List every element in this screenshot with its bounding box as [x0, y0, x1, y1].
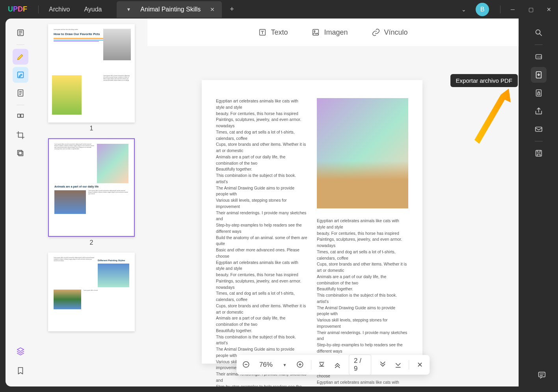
maximize-button[interactable]: ▢: [522, 0, 540, 19]
pages-button[interactable]: [13, 85, 28, 101]
image-tool-label: Imagen: [324, 28, 348, 37]
chevron-down-icon[interactable]: ⌄: [452, 6, 476, 13]
svg-rect-6: [18, 150, 22, 155]
minimize-button[interactable]: ─: [504, 0, 522, 19]
tab-dropdown-icon[interactable]: ▼: [122, 7, 135, 12]
thumbnail-2[interactable]: Lorem ipsum dolor sit amet consectetur a…: [48, 138, 135, 246]
zoom-dropdown-icon[interactable]: ▼: [278, 358, 292, 372]
crop-button[interactable]: [13, 127, 28, 143]
zoom-toolbar: 76% ▼ 2 / 9 ✕: [236, 355, 430, 375]
divider: [500, 6, 500, 13]
titlebar: UPDF Archivo Ayuda ▼ Animal Painting Ski…: [0, 0, 558, 19]
search-button[interactable]: [531, 25, 547, 41]
avatar[interactable]: B: [476, 3, 489, 16]
pdf-page: Egyptian art celebrates animals like cat…: [202, 80, 422, 364]
organize-button[interactable]: [13, 109, 28, 125]
zoom-out-button[interactable]: [240, 358, 253, 372]
next-page-button[interactable]: [376, 358, 389, 372]
svg-point-9: [314, 31, 315, 32]
text-tool-label: Texto: [271, 28, 288, 37]
zoom-in-button[interactable]: [294, 358, 307, 372]
thumbnail-1[interactable]: Lorem ipsum text lines here describing c…: [48, 24, 135, 132]
share-button[interactable]: [531, 103, 547, 119]
svg-rect-5: [19, 151, 23, 156]
add-tab-button[interactable]: +: [222, 5, 242, 13]
bookmark-button[interactable]: [13, 363, 28, 379]
thumbnail-3[interactable]: Lorem ipsum dolor sit amet consectetur a…: [48, 253, 135, 331]
close-window-button[interactable]: ✕: [540, 0, 558, 19]
ocr-button[interactable]: OCR: [531, 49, 547, 65]
text-tool[interactable]: Texto: [258, 28, 288, 37]
page-column-left: Egyptian art celebrates animals like cat…: [216, 98, 307, 386]
page-column-right: Egyptian art celebrates animals like cat…: [317, 98, 408, 386]
close-toolbar-button[interactable]: ✕: [413, 358, 426, 372]
stack-button[interactable]: [13, 145, 28, 161]
content-area: Lorem ipsum text lines here describing c…: [6, 19, 519, 386]
bottom-left-tools: [6, 343, 35, 379]
close-tab-icon[interactable]: ✕: [206, 6, 219, 13]
svg-rect-20: [539, 372, 545, 377]
svg-rect-3: [18, 114, 20, 117]
link-tool-label: Vínculo: [384, 28, 408, 37]
image-tool[interactable]: Imagen: [311, 28, 348, 37]
tab-title: Animal Painting Skills: [135, 6, 206, 13]
last-page-button[interactable]: [392, 358, 405, 372]
zoom-level: 76%: [255, 361, 276, 369]
page-indicator[interactable]: 2 / 9: [349, 355, 371, 375]
menu-help[interactable]: Ayuda: [77, 6, 109, 13]
left-sidebar: [6, 19, 35, 386]
svg-rect-4: [21, 114, 23, 117]
reader-mode-button[interactable]: [13, 25, 28, 41]
layers-button[interactable]: [13, 343, 28, 359]
email-button[interactable]: [531, 121, 547, 137]
export-pdf-button[interactable]: [531, 67, 547, 83]
prev-page-button[interactable]: [331, 358, 344, 372]
right-sidebar: OCR: [525, 19, 552, 161]
svg-text:OCR: OCR: [537, 56, 541, 58]
save-button[interactable]: [531, 145, 547, 161]
svg-rect-8: [313, 30, 319, 35]
svg-point-12: [536, 30, 540, 34]
link-tool[interactable]: Vínculo: [372, 28, 408, 37]
comment-button[interactable]: [538, 371, 546, 381]
app-logo: UPDF: [0, 5, 35, 13]
edit-toolbar: Texto Imagen Vínculo: [147, 19, 519, 46]
menu-file[interactable]: Archivo: [42, 6, 77, 13]
document-tab[interactable]: ▼ Animal Painting Skills ✕: [117, 1, 222, 18]
protect-button[interactable]: [531, 85, 547, 101]
divider: [38, 6, 39, 13]
edit-button[interactable]: [13, 67, 28, 83]
svg-rect-19: [536, 150, 542, 156]
svg-rect-18: [536, 127, 542, 132]
first-page-button[interactable]: [315, 358, 329, 372]
export-tooltip: Exportar archivo PDF: [450, 74, 518, 87]
highlighter-button[interactable]: [13, 49, 28, 65]
thumb-page-number: 1: [48, 125, 135, 132]
thumb-page-number: 2: [48, 239, 135, 246]
painting-image: [317, 98, 408, 208]
thumbnails-panel: Lorem ipsum text lines here describing c…: [35, 19, 147, 386]
